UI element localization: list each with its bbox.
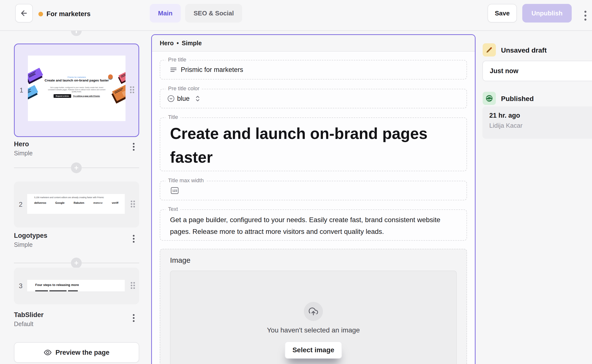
editor-slice-name: Hero bbox=[160, 40, 174, 47]
thumb-link: Try editing a page with Prismic bbox=[73, 95, 100, 97]
pre-title-label: Pre title bbox=[166, 57, 189, 63]
slice-variant-hero: Simple bbox=[14, 150, 33, 157]
separator-dot: • bbox=[177, 40, 179, 47]
eye-icon bbox=[44, 349, 52, 356]
draft-pencil-icon bbox=[483, 43, 496, 57]
published-author: Lidija Kacar bbox=[489, 122, 592, 129]
prismic-page-editor: For marketers Main SEO & Social Save Unp… bbox=[0, 0, 592, 364]
published-time: 21 hr. ago bbox=[489, 112, 592, 119]
clipped-text-bars bbox=[35, 290, 78, 291]
text-label: Text bbox=[166, 206, 180, 212]
arrow-left-icon bbox=[20, 9, 28, 17]
image-dropzone[interactable]: You haven't selected an image Select ima… bbox=[170, 271, 457, 364]
thumb-pretitle: Prismic for marketers bbox=[28, 76, 125, 78]
draft-version-item[interactable]: Just now bbox=[482, 61, 592, 81]
rich-text-icon bbox=[170, 67, 177, 73]
page-title: For marketers bbox=[46, 10, 91, 18]
thumb-title: Create and launch on-brand pages faster bbox=[44, 79, 110, 82]
preview-page-button[interactable]: Preview the page bbox=[14, 342, 139, 363]
pre-title-value: Prismic for marketers bbox=[181, 66, 243, 74]
logo-google: Google bbox=[55, 201, 65, 204]
slice-name-tabslider: TabSlider bbox=[14, 311, 44, 319]
add-slice-icon[interactable] bbox=[71, 162, 82, 173]
logo-deliveroo: deliveroo bbox=[34, 201, 46, 204]
thumb-caption: 5,156 marketers and content editors are … bbox=[34, 196, 104, 199]
stepper-icon[interactable] bbox=[195, 95, 200, 102]
topbar: For marketers Main SEO & Social Save Unp… bbox=[0, 0, 592, 31]
title-max-width-field[interactable]: Title max width 123 bbox=[160, 181, 467, 200]
editor-slice-variant: Simple bbox=[182, 40, 202, 47]
pink-book-illustration bbox=[118, 69, 125, 82]
select-dropdown-icon bbox=[167, 95, 175, 102]
logo-veriff: veriff bbox=[112, 201, 118, 204]
published-version-item[interactable]: 21 hr. ago Lidija Kacar bbox=[482, 106, 592, 139]
slice-card-hero[interactable]: 1 Prismic for marketers Create and launc… bbox=[14, 44, 139, 137]
tab-bar: Main SEO & Social bbox=[150, 4, 242, 23]
orange-book-illustration bbox=[112, 83, 125, 101]
pre-title-field[interactable]: Pre title Prismic for marketers bbox=[160, 60, 467, 80]
slice-name-logotypes: Logotypes bbox=[14, 232, 47, 239]
unpublish-button[interactable]: Unpublish bbox=[522, 4, 572, 23]
number-input-icon: 123 bbox=[171, 187, 179, 194]
slice-card-logotypes[interactable]: 2 5,156 marketers and content editors ar… bbox=[14, 182, 139, 228]
draft-time: Just now bbox=[490, 67, 518, 75]
title-value: Create and launch on-brand pages faster bbox=[160, 118, 454, 169]
slice-number: 3 bbox=[19, 282, 23, 290]
slice-menu-icon[interactable] bbox=[129, 313, 138, 323]
thumb-cta-button: Request a demo bbox=[53, 94, 71, 98]
image-field: Image You haven't selected an image Sele… bbox=[160, 249, 467, 364]
title-label: Title bbox=[166, 114, 181, 120]
slice-card-tabslider[interactable]: 3 Four steps to releasing more bbox=[14, 268, 139, 304]
more-options-icon[interactable] bbox=[582, 9, 589, 23]
text-value: Get a page builder, configured to your n… bbox=[160, 210, 467, 238]
slice-menu-icon[interactable] bbox=[129, 141, 138, 152]
purple-book-illustration bbox=[28, 68, 43, 82]
text-field[interactable]: Text Get a page builder, configured to y… bbox=[160, 209, 467, 241]
slice-editor-header: Hero • Simple bbox=[152, 35, 475, 52]
pre-title-color-value: blue bbox=[177, 95, 190, 102]
slice-menu-icon[interactable] bbox=[129, 233, 138, 244]
tab-main[interactable]: Main bbox=[150, 4, 181, 23]
preview-page-label: Preview the page bbox=[56, 349, 110, 356]
svg-text:123: 123 bbox=[172, 189, 177, 193]
thumb-title: Four steps to releasing more bbox=[35, 283, 79, 287]
save-button[interactable]: Save bbox=[488, 4, 517, 23]
pre-title-color-label: Pre title color bbox=[166, 85, 202, 92]
tabslider-slice-thumbnail: Four steps to releasing more bbox=[27, 280, 125, 291]
hero-slice-thumbnail: Prismic for marketers Create and launch … bbox=[28, 56, 125, 121]
image-label: Image bbox=[170, 256, 467, 264]
no-image-text: You haven't selected an image bbox=[171, 326, 456, 334]
published-globe-icon bbox=[483, 92, 496, 105]
upload-cloud-icon bbox=[304, 302, 323, 321]
slice-editor-panel: Hero • Simple Pre title Prismic for mark… bbox=[151, 34, 476, 364]
logo-blablacar: BlaBlaCar bbox=[93, 202, 103, 204]
back-button[interactable] bbox=[15, 4, 33, 23]
slice-number: 1 bbox=[20, 87, 23, 94]
logo-rakuten: Rakuten bbox=[74, 201, 84, 204]
slices-sidebar: 1 Prismic for marketers Create and launc… bbox=[0, 31, 147, 364]
pre-title-color-field[interactable]: Pre title color blue bbox=[160, 89, 467, 108]
slice-number: 2 bbox=[19, 201, 23, 208]
published-status-label: Published bbox=[501, 95, 534, 103]
title-max-width-label: Title max width bbox=[166, 177, 206, 184]
thumb-body: Get a page builder, configured to your n… bbox=[48, 87, 106, 93]
select-image-button[interactable]: Select image bbox=[285, 341, 342, 359]
add-slice-top-icon[interactable] bbox=[71, 31, 82, 36]
slice-variant-tabslider: Default bbox=[14, 320, 33, 328]
drag-handle-icon[interactable] bbox=[130, 282, 135, 290]
slice-name-hero: Hero bbox=[14, 140, 29, 148]
blue-book-illustration bbox=[28, 85, 38, 99]
tab-seo-social[interactable]: SEO & Social bbox=[185, 4, 242, 23]
status-dot bbox=[38, 12, 43, 16]
slice-variant-logotypes: Simple bbox=[14, 241, 33, 248]
add-slice-icon[interactable] bbox=[71, 258, 82, 268]
slice-editor-body: Pre title Prismic for marketers Pre titl… bbox=[152, 60, 475, 364]
logotypes-slice-thumbnail: 5,156 marketers and content editors are … bbox=[27, 194, 125, 214]
title-field[interactable]: Title Create and launch on-brand pages f… bbox=[160, 117, 467, 171]
drag-handle-icon[interactable] bbox=[130, 200, 135, 209]
drag-handle-icon[interactable] bbox=[130, 86, 135, 94]
draft-status-label: Unsaved draft bbox=[501, 46, 547, 54]
